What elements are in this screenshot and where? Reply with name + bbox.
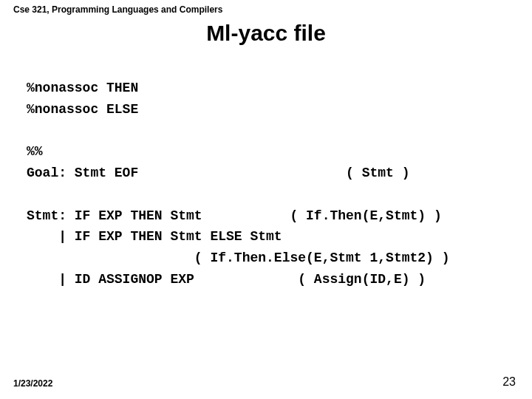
code-line: | IF EXP THEN Stmt ELSE Stmt [27, 229, 282, 244]
code-block: %nonassoc THEN %nonassoc ELSE %% Goal: S… [0, 56, 532, 290]
footer-date: 1/23/2022 [13, 378, 52, 389]
page-number: 23 [502, 375, 516, 389]
code-line: Goal: Stmt EOF ( Stmt ) [27, 166, 409, 180]
code-line: | ID ASSIGNOP EXP ( Assign(ID,E) ) [27, 272, 426, 287]
code-line: Stmt: IF EXP THEN Stmt ( If.Then(E,Stmt)… [27, 208, 442, 223]
course-header: Cse 321, Programming Languages and Compi… [0, 0, 532, 15]
slide-title: Ml-yacc file [0, 21, 532, 46]
code-line: %nonassoc THEN [27, 81, 138, 95]
code-line: ( If.Then.Else(E,Stmt 1,Stmt2) ) [27, 250, 450, 265]
code-line: %nonassoc ELSE [27, 102, 138, 117]
code-line: %% [27, 144, 43, 159]
